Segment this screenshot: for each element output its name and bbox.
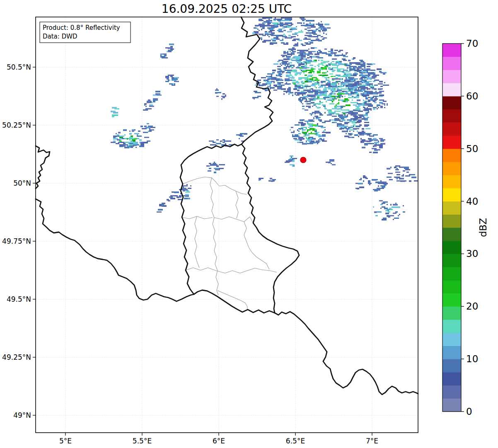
colorbar-band (442, 83, 461, 96)
colorbar-tick-label: 60 (466, 91, 478, 102)
colorbar-band (442, 149, 461, 162)
colorbar-band (442, 136, 461, 149)
colorbar-band (442, 293, 461, 307)
colorbar-band (442, 241, 461, 254)
colorbar-tick-label: 0 (466, 406, 472, 417)
radar-figure: 5°E5.5°E6°E6.5°E7°E50.5°N50.25°N50°N49.7… (0, 0, 498, 448)
product-info-line1: Product: 0.8° Reflectivity (43, 24, 120, 31)
colorbar-tick-label: 30 (466, 248, 478, 259)
colorbar-band (442, 57, 461, 70)
colorbar-band (442, 188, 461, 201)
colorbar-band (442, 201, 461, 215)
colorbar-band (442, 280, 461, 293)
y-tick-label: 49.5°N (7, 295, 31, 303)
colorbar-tick-label: 50 (466, 143, 478, 154)
colorbar-band (442, 320, 461, 333)
colorbar-band (442, 96, 461, 109)
colorbar-band (442, 359, 461, 372)
colorbar-band (442, 162, 461, 175)
radar-site-marker (300, 157, 306, 163)
colorbar-band (442, 254, 461, 267)
colorbar-band (442, 385, 461, 399)
colorbar-band (442, 214, 461, 228)
colorbar-band (442, 398, 461, 412)
colorbar-axis-label: dBZ (478, 218, 488, 237)
figure-title: 16.09.2025 02:25 UTC (162, 2, 292, 16)
y-tick-label: 49.75°N (2, 237, 31, 245)
radar-map-figure: 5°E5.5°E6°E6.5°E7°E50.5°N50.25°N50°N49.7… (0, 0, 498, 448)
colorbar-band (442, 267, 461, 280)
y-tick-label: 50.5°N (7, 63, 31, 71)
x-tick-label: 7°E (366, 437, 378, 445)
colorbar-band (442, 122, 461, 136)
colorbar-band (442, 44, 461, 57)
x-tick-label: 6°E (213, 437, 225, 445)
colorbar-tick-label: 40 (466, 196, 478, 207)
colorbar-tick-label: 70 (466, 38, 478, 49)
y-tick-label: 50°N (13, 179, 31, 187)
colorbar-band (442, 70, 461, 83)
colorbar-band (442, 175, 461, 188)
colorbar-tick-label: 20 (466, 301, 478, 312)
colorbar-band (442, 346, 461, 359)
x-tick-label: 5°E (59, 437, 72, 445)
y-tick-label: 49.25°N (2, 353, 31, 361)
colorbar-band (442, 306, 461, 320)
y-tick-label: 49°N (13, 411, 31, 419)
y-tick-label: 50.25°N (2, 121, 31, 129)
colorbar-band (442, 372, 461, 385)
colorbar-tick-label: 10 (466, 354, 478, 364)
colorbar-band (442, 109, 461, 123)
x-tick-label: 5.5°E (133, 437, 152, 445)
product-info-line2: Data: DWD (43, 33, 77, 40)
x-tick-label: 6.5°E (286, 437, 305, 445)
colorbar-band (442, 228, 461, 241)
colorbar-band (442, 333, 461, 346)
